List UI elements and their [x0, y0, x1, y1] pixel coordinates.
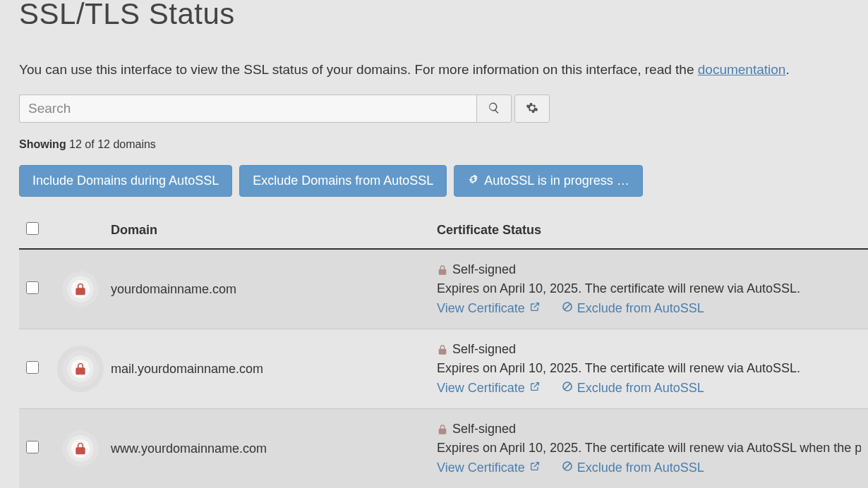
intro-suffix: . — [785, 62, 789, 77]
view-certificate-link[interactable]: View Certificate — [437, 301, 541, 316]
prohibit-icon — [562, 381, 573, 396]
exclude-domains-button[interactable]: Exclude Domains from AutoSSL — [239, 165, 447, 197]
action-buttons: Include Domains during AutoSSL Exclude D… — [19, 165, 868, 197]
search-button[interactable] — [476, 94, 512, 123]
table-row: mail.yourdomainname.com Self-signed Expi… — [19, 329, 868, 409]
domain-name: mail.yourdomainname.com — [111, 362, 263, 376]
search-input[interactable] — [19, 94, 476, 123]
external-link-icon — [529, 460, 541, 475]
view-cert-label: View Certificate — [437, 460, 525, 475]
settings-button[interactable] — [514, 94, 550, 123]
external-link-icon — [529, 381, 541, 396]
cert-status-text: Self-signed — [452, 262, 516, 277]
row-checkbox[interactable] — [26, 281, 39, 294]
exclude-autossl-link[interactable]: Exclude from AutoSSL — [562, 460, 704, 475]
showing-count: Showing 12 of 12 domains — [19, 138, 868, 151]
svg-line-3 — [565, 384, 570, 389]
svg-line-5 — [565, 463, 570, 469]
showing-label: Showing — [19, 138, 66, 150]
exclude-label: Exclude from AutoSSL — [577, 460, 704, 475]
include-domains-button[interactable]: Include Domains during AutoSSL — [19, 165, 232, 197]
intro-prefix: You can use this interface to view the S… — [19, 62, 698, 77]
domain-cell: yourdomainname.com — [104, 249, 430, 329]
domains-table: Domain Certificate Status yourdomainname… — [19, 212, 868, 488]
table-row: www.yourdomainname.com Self-signed Expir… — [19, 409, 868, 489]
search-row — [19, 94, 868, 123]
exclude-label: Exclude from AutoSSL — [577, 381, 704, 396]
header-cert-status: Certificate Status — [430, 212, 868, 249]
prohibit-icon — [562, 460, 573, 475]
cert-expiry-text: Expires on April 10, 2025. The certifica… — [437, 441, 861, 456]
intro-text: You can use this interface to view the S… — [19, 62, 868, 78]
cert-status-cell: Self-signed Expires on April 10, 2025. T… — [430, 329, 868, 409]
domain-cell: mail.yourdomainname.com — [104, 329, 430, 409]
exclude-autossl-link[interactable]: Exclude from AutoSSL — [562, 301, 704, 316]
showing-text: 12 of 12 domains — [69, 138, 156, 150]
view-certificate-link[interactable]: View Certificate — [437, 381, 541, 396]
lock-status-icon — [57, 346, 104, 392]
gear-icon — [526, 102, 538, 116]
header-checkbox-col — [19, 212, 50, 249]
lock-icon — [437, 342, 448, 357]
lock-status-icon — [57, 266, 104, 312]
prohibit-icon — [562, 301, 573, 316]
lock-icon — [437, 262, 448, 277]
exclude-autossl-link[interactable]: Exclude from AutoSSL — [562, 381, 704, 396]
autossl-progress-button[interactable]: AutoSSL is in progress … — [454, 165, 642, 197]
exclude-label: Exclude from AutoSSL — [577, 301, 704, 316]
row-checkbox[interactable] — [26, 361, 39, 374]
include-label: Include Domains during AutoSSL — [32, 173, 219, 188]
exclude-label: Exclude Domains from AutoSSL — [253, 173, 433, 188]
domain-cell: www.yourdomainname.com — [104, 409, 430, 489]
cert-status-text: Self-signed — [452, 422, 516, 437]
row-checkbox[interactable] — [26, 441, 39, 453]
view-cert-label: View Certificate — [437, 381, 525, 396]
search-icon — [488, 102, 500, 116]
svg-line-1 — [565, 304, 570, 310]
header-domain: Domain — [104, 212, 430, 249]
cert-expiry-text: Expires on April 10, 2025. The certifica… — [437, 361, 861, 376]
page-title: SSL/TLS Status — [19, 0, 868, 31]
cert-status-text: Self-signed — [452, 342, 516, 357]
documentation-link[interactable]: documentation — [698, 62, 786, 77]
external-link-icon — [529, 301, 541, 316]
select-all-checkbox[interactable] — [26, 222, 39, 235]
cert-status-cell: Self-signed Expires on April 10, 2025. T… — [430, 249, 868, 329]
table-row: yourdomainname.com Self-signed Expires o… — [19, 249, 868, 329]
cert-expiry-text: Expires on April 10, 2025. The certifica… — [437, 281, 861, 296]
cert-status-cell: Self-signed Expires on April 10, 2025. T… — [430, 409, 868, 489]
domain-name: www.yourdomainname.com — [111, 441, 267, 456]
view-cert-label: View Certificate — [437, 301, 525, 316]
header-icon-col — [50, 212, 104, 249]
lock-status-icon — [57, 425, 104, 472]
view-certificate-link[interactable]: View Certificate — [437, 460, 541, 475]
autossl-label: AutoSSL is in progress … — [484, 173, 629, 188]
refresh-icon — [467, 173, 480, 189]
lock-icon — [437, 422, 448, 437]
domain-name: yourdomainname.com — [111, 282, 236, 296]
